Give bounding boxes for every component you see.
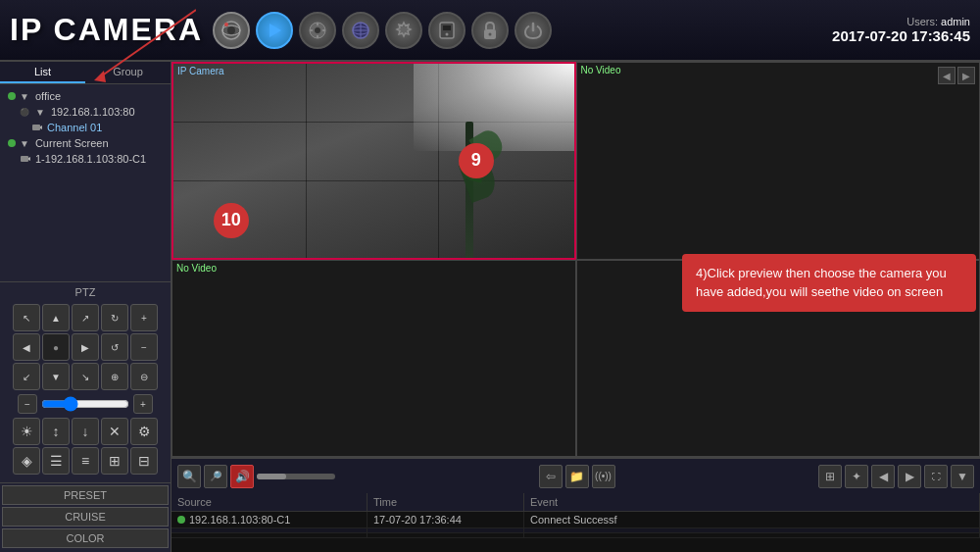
ptz-btn-zoom-minus[interactable]: − (18, 394, 37, 414)
layout-btn-2[interactable]: ✦ (845, 465, 868, 488)
ptz-btn-right[interactable]: ▶ (72, 333, 99, 361)
top-right: Users: admin 2017-07-20 17:36:45 (832, 16, 970, 44)
ptz-btn-up-left[interactable]: ↖ (13, 304, 40, 331)
log-status-dot-1 (177, 516, 185, 524)
ptz-btn-up-right[interactable]: ↗ (72, 304, 99, 331)
ptz-menu-btn[interactable]: ≡ (72, 447, 99, 475)
lock-btn[interactable] (471, 12, 509, 49)
transport-btn-3[interactable]: ((•)) (592, 465, 615, 488)
power-btn[interactable] (514, 12, 552, 49)
svg-point-3 (224, 23, 228, 26)
log-rows: 192.168.1.103:80-C1 17-07-20 17:36:44 Co… (172, 512, 980, 538)
settings-btn[interactable] (385, 12, 422, 49)
config-btn[interactable] (299, 12, 336, 49)
nav-prev-btn[interactable]: ◀ (871, 465, 895, 488)
app-container: IP CAMERA (0, 0, 980, 552)
tree-screen-1[interactable]: 1-192.168.1.103:80-C1 (16, 151, 167, 167)
title-bar: IP CAMERA (0, 0, 980, 62)
status-dot-office (8, 92, 16, 100)
svg-rect-17 (443, 25, 451, 30)
instruction-box: 4)Click preview then choose the camera y… (682, 254, 976, 312)
video-cell-2[interactable]: No Video ◀ ▶ (576, 62, 981, 260)
zoom-in-btn[interactable]: 🔍 (177, 465, 201, 488)
cruise-btn[interactable]: CRUISE (2, 507, 169, 527)
step-9-indicator: 9 (459, 143, 494, 178)
video-cell-3[interactable]: No Video (172, 260, 576, 458)
tree-device-103[interactable]: ⚫ ▼ 192.168.1.103:80 (16, 104, 167, 120)
transport-btn-2[interactable]: 📁 (565, 465, 589, 488)
ptz-brightness-btn[interactable]: ↕ (42, 418, 70, 445)
ptz-btn-down-right[interactable]: ↘ (72, 363, 99, 390)
ptz-btn-focus-near[interactable]: ⊕ (101, 363, 128, 390)
tab-list[interactable]: List (0, 62, 85, 83)
tree-screen-label: Current Screen (35, 137, 109, 149)
ptz-flip-btn[interactable]: ↓ (72, 418, 99, 445)
transport-btn-1[interactable]: ⇦ (539, 465, 563, 488)
ptz-btn-down-left[interactable]: ↙ (13, 363, 40, 390)
log-row-3 (172, 533, 980, 538)
camera-icon-btn[interactable] (213, 12, 250, 49)
ptz-btn-down[interactable]: ▼ (42, 363, 70, 390)
ptz-record-btn[interactable]: ☰ (42, 447, 70, 475)
ptz-btn-iris-open[interactable]: + (130, 304, 158, 331)
color-btn[interactable]: COLOR (2, 528, 169, 548)
network-btn[interactable] (342, 12, 379, 49)
log-row-1: 192.168.1.103:80-C1 17-07-20 17:36:44 Co… (172, 512, 980, 528)
ptz-btn-iris-close[interactable]: − (130, 333, 158, 361)
preset-btn[interactable]: PRESET (2, 485, 169, 505)
ptz-sun-btn[interactable]: ☀ (13, 418, 40, 445)
fullscreen-btn[interactable]: ⛶ (924, 465, 948, 488)
log-source-3 (172, 533, 368, 537)
log-header-source: Source (172, 493, 368, 511)
ptz-btn-up[interactable]: ▲ (42, 304, 70, 331)
ptz-extra2-btn[interactable]: ⊟ (130, 447, 158, 475)
nav-left-btn[interactable]: ◀ (938, 67, 956, 84)
ptz-btn-left[interactable]: ◀ (13, 333, 40, 361)
ptz-gear-btn[interactable]: ⚙ (130, 418, 158, 445)
ptz-btn-focus-far[interactable]: ⊖ (130, 363, 158, 390)
nav-right-btn[interactable]: ▶ (957, 67, 975, 84)
users-info: Users: admin (832, 16, 970, 27)
content-area: IP Camera 2017-07-20 17:36:46 (172, 62, 980, 552)
log-header: Source Time Event (172, 493, 980, 512)
volume-btn[interactable]: 🔊 (230, 465, 254, 488)
ptz-btn-zoom-plus[interactable]: + (133, 394, 153, 414)
log-time-2 (368, 528, 524, 532)
tree-office-label: office (35, 90, 61, 102)
log-time-3 (368, 533, 524, 537)
device-btn[interactable] (428, 12, 466, 49)
svg-point-1 (227, 26, 235, 34)
ptz-zoom-slider[interactable] (41, 396, 129, 412)
datetime: 2017-07-20 17:36:45 (832, 27, 970, 44)
video-label-3: No Video (176, 263, 217, 274)
ptz-title: PTZ (4, 286, 167, 298)
sidebar-presets: PRESET CRUISE COLOR (0, 482, 171, 552)
sidebar: List Group ▼ office ⚫ ▼ 192.168.1.103:80 (0, 62, 172, 552)
tab-group[interactable]: Group (85, 62, 171, 83)
log-table: Source Time Event 192.168.1.103:80-C1 17… (172, 493, 980, 552)
more-btn[interactable]: ▼ (951, 465, 974, 488)
zoom-out-btn[interactable]: 🔎 (204, 465, 227, 488)
ptz-extra1-btn[interactable]: ⊞ (101, 447, 128, 475)
nav-next-btn[interactable]: ▶ (898, 465, 921, 488)
svg-point-20 (488, 32, 491, 35)
tree-screen-1-label: 1-192.168.1.103:80-C1 (35, 153, 146, 165)
log-time-1: 17-07-20 17:36:44 (368, 512, 524, 527)
log-event-1: Connect Successf (524, 512, 980, 527)
main-layout: List Group ▼ office ⚫ ▼ 192.168.1.103:80 (0, 62, 980, 552)
tree-office[interactable]: ▼ office (4, 88, 167, 104)
tree-device-103-label: 192.168.1.103:80 (51, 106, 135, 118)
layout-btn-1[interactable]: ⊞ (818, 465, 842, 488)
playback-btn[interactable] (256, 12, 293, 49)
ptz-btn-rotate-ccw[interactable]: ↺ (101, 333, 128, 361)
status-dot-screen (8, 139, 16, 147)
svg-rect-21 (32, 125, 40, 130)
ptz-clear-btn[interactable]: ✕ (101, 418, 128, 445)
tree-channel-01[interactable]: Channel 01 (27, 120, 167, 135)
ptz-btn-rotate-cw[interactable]: ↻ (101, 304, 128, 331)
ptz-capture-btn[interactable]: ◈ (13, 447, 40, 475)
ptz-btn-center[interactable]: ● (42, 333, 70, 361)
video-cell-1[interactable]: IP Camera 2017-07-20 17:36:46 (172, 62, 576, 260)
svg-rect-23 (21, 156, 28, 162)
tree-current-screen[interactable]: ▼ Current Screen (4, 135, 167, 151)
